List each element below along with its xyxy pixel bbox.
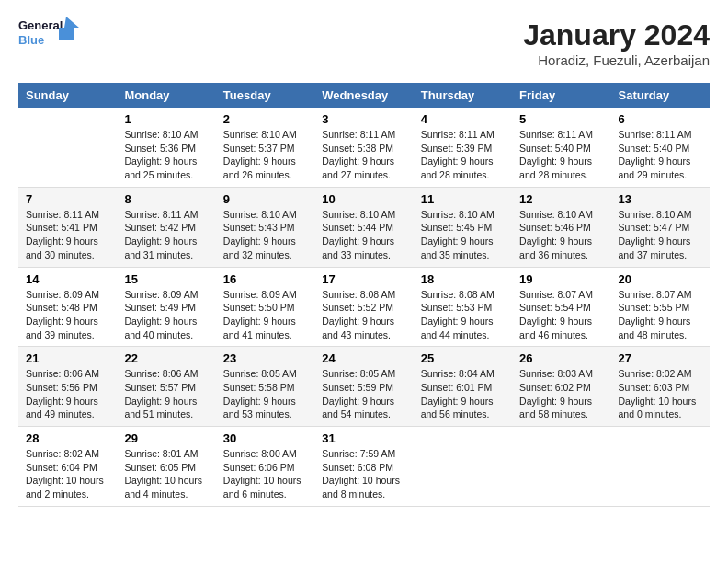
day-number: 4 [421,112,505,126]
day-cell: 11 Sunrise: 8:10 AMSunset: 5:45 PMDaylig… [414,187,512,267]
week-row-1: 1 Sunrise: 8:10 AMSunset: 5:36 PMDayligh… [18,108,710,187]
cell-info: Sunrise: 8:09 AMSunset: 5:50 PMDaylight:… [223,288,307,342]
day-cell: 10 Sunrise: 8:10 AMSunset: 5:44 PMDaylig… [314,187,413,267]
day-cell: 22 Sunrise: 8:06 AMSunset: 5:57 PMDaylig… [117,347,215,427]
day-cell: 25 Sunrise: 8:04 AMSunset: 6:01 PMDaylig… [414,347,512,427]
day-cell [611,427,710,507]
day-number: 1 [124,112,208,126]
day-cell [414,427,512,507]
cell-info: Sunrise: 8:01 AMSunset: 6:05 PMDaylight:… [124,447,208,501]
day-number: 11 [421,192,505,206]
cell-info: Sunrise: 8:06 AMSunset: 5:57 PMDaylight:… [124,367,208,421]
day-cell: 4 Sunrise: 8:11 AMSunset: 5:39 PMDayligh… [414,108,512,187]
day-cell: 26 Sunrise: 8:03 AMSunset: 6:02 PMDaylig… [512,347,610,427]
cell-info: Sunrise: 8:10 AMSunset: 5:44 PMDaylight:… [322,208,405,262]
header-cell-tuesday: Tuesday [216,83,314,108]
day-number: 13 [619,192,702,206]
cell-info: Sunrise: 8:10 AMSunset: 5:43 PMDaylight:… [223,208,307,262]
day-cell: 31 Sunrise: 7:59 AMSunset: 6:08 PMDaylig… [314,427,413,507]
day-cell: 5 Sunrise: 8:11 AMSunset: 5:40 PMDayligh… [512,108,610,187]
cell-info: Sunrise: 8:07 AMSunset: 5:55 PMDaylight:… [619,288,702,342]
day-cell [18,108,117,187]
day-cell: 2 Sunrise: 8:10 AMSunset: 5:37 PMDayligh… [216,108,314,187]
cell-info: Sunrise: 8:02 AMSunset: 6:04 PMDaylight:… [26,447,109,501]
day-cell: 1 Sunrise: 8:10 AMSunset: 5:36 PMDayligh… [117,108,215,187]
page-header: General Blue January 2024 Horadiz, Fuezu… [18,18,710,68]
calendar-table: SundayMondayTuesdayWednesdayThursdayFrid… [18,83,710,507]
day-number: 5 [519,112,603,126]
day-cell: 8 Sunrise: 8:11 AMSunset: 5:42 PMDayligh… [117,187,215,267]
day-number: 26 [519,351,603,365]
day-number: 20 [619,272,702,286]
day-cell: 6 Sunrise: 8:11 AMSunset: 5:40 PMDayligh… [611,108,710,187]
day-number: 6 [619,112,702,126]
cell-info: Sunrise: 8:10 AMSunset: 5:46 PMDaylight:… [519,208,603,262]
week-row-2: 7 Sunrise: 8:11 AMSunset: 5:41 PMDayligh… [18,187,710,267]
header-cell-sunday: Sunday [18,83,117,108]
day-number: 9 [223,192,307,206]
cell-info: Sunrise: 8:08 AMSunset: 5:53 PMDaylight:… [421,288,505,342]
cell-info: Sunrise: 8:09 AMSunset: 5:49 PMDaylight:… [124,288,208,342]
week-row-4: 21 Sunrise: 8:06 AMSunset: 5:56 PMDaylig… [18,347,710,427]
cell-info: Sunrise: 8:10 AMSunset: 5:47 PMDaylight:… [619,208,702,262]
day-number: 31 [322,431,405,445]
header-cell-thursday: Thursday [414,83,512,108]
day-cell: 14 Sunrise: 8:09 AMSunset: 5:48 PMDaylig… [18,267,117,347]
cell-info: Sunrise: 8:11 AMSunset: 5:38 PMDaylight:… [322,128,405,182]
cell-info: Sunrise: 8:05 AMSunset: 5:59 PMDaylight:… [322,367,405,421]
cell-info: Sunrise: 8:04 AMSunset: 6:01 PMDaylight:… [421,367,505,421]
day-cell: 12 Sunrise: 8:10 AMSunset: 5:46 PMDaylig… [512,187,610,267]
header-cell-monday: Monday [117,83,215,108]
day-number: 17 [322,272,405,286]
cell-info: Sunrise: 8:09 AMSunset: 5:48 PMDaylight:… [26,288,109,342]
day-cell: 28 Sunrise: 8:02 AMSunset: 6:04 PMDaylig… [18,427,117,507]
day-cell: 23 Sunrise: 8:05 AMSunset: 5:58 PMDaylig… [216,347,314,427]
day-cell: 24 Sunrise: 8:05 AMSunset: 5:59 PMDaylig… [314,347,413,427]
header-cell-friday: Friday [512,83,610,108]
cell-info: Sunrise: 7:59 AMSunset: 6:08 PMDaylight:… [322,447,405,501]
day-cell: 3 Sunrise: 8:11 AMSunset: 5:38 PMDayligh… [314,108,413,187]
cell-info: Sunrise: 8:10 AMSunset: 5:36 PMDaylight:… [124,128,208,182]
day-number: 25 [421,351,505,365]
cell-info: Sunrise: 8:06 AMSunset: 5:56 PMDaylight:… [26,367,109,421]
day-cell: 27 Sunrise: 8:02 AMSunset: 6:03 PMDaylig… [611,347,710,427]
cell-info: Sunrise: 8:00 AMSunset: 6:06 PMDaylight:… [223,447,307,501]
cell-info: Sunrise: 8:11 AMSunset: 5:41 PMDaylight:… [26,208,109,262]
week-row-5: 28 Sunrise: 8:02 AMSunset: 6:04 PMDaylig… [18,427,710,507]
cell-info: Sunrise: 8:10 AMSunset: 5:45 PMDaylight:… [421,208,505,262]
day-number: 28 [26,431,109,445]
day-cell: 29 Sunrise: 8:01 AMSunset: 6:05 PMDaylig… [117,427,215,507]
day-number: 23 [223,351,307,365]
day-cell: 16 Sunrise: 8:09 AMSunset: 5:50 PMDaylig… [216,267,314,347]
header-cell-wednesday: Wednesday [314,83,413,108]
day-cell: 7 Sunrise: 8:11 AMSunset: 5:41 PMDayligh… [18,187,117,267]
day-number: 8 [124,192,208,206]
day-number: 22 [124,351,208,365]
day-cell: 30 Sunrise: 8:00 AMSunset: 6:06 PMDaylig… [216,427,314,507]
day-number: 10 [322,192,405,206]
logo: General Blue [18,18,70,59]
day-number: 3 [322,112,405,126]
day-number: 27 [619,351,702,365]
title-area: January 2024 Horadiz, Fuezuli, Azerbaija… [523,18,710,68]
header-cell-saturday: Saturday [611,83,710,108]
day-cell: 13 Sunrise: 8:10 AMSunset: 5:47 PMDaylig… [611,187,710,267]
week-row-3: 14 Sunrise: 8:09 AMSunset: 5:48 PMDaylig… [18,267,710,347]
day-number: 30 [223,431,307,445]
cell-info: Sunrise: 8:11 AMSunset: 5:42 PMDaylight:… [124,208,208,262]
cell-info: Sunrise: 8:03 AMSunset: 6:02 PMDaylight:… [519,367,603,421]
day-number: 14 [26,272,109,286]
cell-info: Sunrise: 8:08 AMSunset: 5:52 PMDaylight:… [322,288,405,342]
day-number: 29 [124,431,208,445]
day-cell: 9 Sunrise: 8:10 AMSunset: 5:43 PMDayligh… [216,187,314,267]
day-number: 12 [519,192,603,206]
day-number: 21 [26,351,109,365]
day-number: 18 [421,272,505,286]
day-number: 19 [519,272,603,286]
day-number: 24 [322,351,405,365]
cell-info: Sunrise: 8:11 AMSunset: 5:40 PMDaylight:… [619,128,702,182]
day-cell: 21 Sunrise: 8:06 AMSunset: 5:56 PMDaylig… [18,347,117,427]
cell-info: Sunrise: 8:11 AMSunset: 5:40 PMDaylight:… [519,128,603,182]
cell-info: Sunrise: 8:02 AMSunset: 6:03 PMDaylight:… [619,367,702,421]
location-subtitle: Horadiz, Fuezuli, Azerbaijan [523,52,710,68]
